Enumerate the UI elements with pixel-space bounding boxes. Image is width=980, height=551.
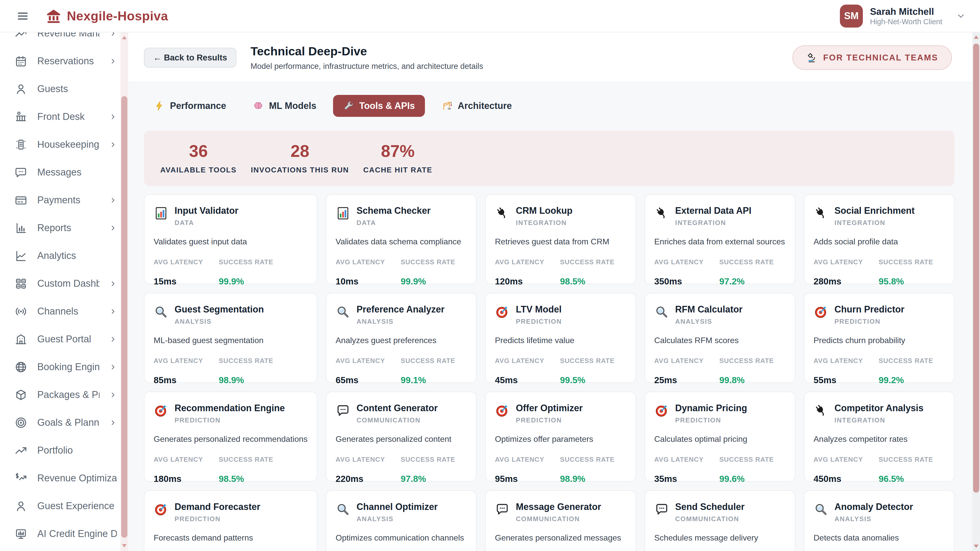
sidebar-scrollbar-thumb[interactable] (121, 96, 127, 538)
success-value: 99.5% (560, 375, 626, 385)
user-icon (14, 499, 27, 513)
success-value: 97.8% (401, 474, 467, 484)
sidebar-item-packages-prom[interactable]: Packages & Prom (0, 381, 128, 409)
sidebar-item-reservations[interactable]: Reservations (0, 47, 128, 75)
success-label: SUCCESS RATE (401, 258, 467, 266)
tool-category: INTEGRATION (835, 219, 915, 227)
back-button[interactable]: ← Back to Results (144, 48, 236, 68)
tool-description: Detects data anomalies (814, 533, 945, 543)
tool-category: COMMUNICATION (516, 515, 601, 523)
tool-card-content-generator: Content Generator COMMUNICATION Generate… (326, 392, 476, 482)
tool-category: ANALYSIS (175, 318, 264, 326)
sidebar-item-guests[interactable]: Guests (0, 75, 128, 103)
bar-chart-icon (154, 206, 169, 221)
tool-category: PREDICTION (175, 515, 260, 523)
latency-value: 95ms (495, 474, 550, 484)
user-menu[interactable]: SM Sarah Mitchell High-Net-Worth Client (840, 5, 966, 27)
scroll-down-arrow[interactable] (974, 545, 978, 548)
wrench-icon (343, 100, 354, 111)
sidebar-item-portfolio[interactable]: Portfolio (0, 437, 128, 464)
sidebar-item-messages[interactable]: Messages (0, 159, 128, 186)
sidebar-item-guest-experience[interactable]: Guest Experience (0, 492, 128, 520)
tab-performance[interactable]: Performance (144, 95, 236, 117)
page-subtitle: Model performance, infrastructure metric… (251, 62, 483, 71)
target-icon (814, 305, 829, 319)
tool-description: Forecasts demand patterns (154, 533, 307, 543)
tool-name: Preference Analyzer (356, 304, 445, 314)
bar-chart-icon (336, 206, 350, 221)
page-scrollbar-thumb[interactable] (973, 44, 979, 492)
target-icon (154, 502, 169, 517)
reports-icon (14, 221, 27, 235)
tab-ml-models[interactable]: ML Models (243, 95, 326, 117)
latency-label: AVG LATENCY (495, 456, 550, 464)
tool-name: Input Validator (175, 205, 239, 216)
tool-name: Dynamic Pricing (675, 403, 747, 413)
latency-value: 180ms (154, 474, 208, 484)
tool-category: ANALYSIS (356, 318, 445, 326)
sidebar-item-reports[interactable]: Reports (0, 214, 128, 242)
success-label: SUCCESS RATE (879, 456, 945, 464)
tool-category: PREDICTION (175, 416, 285, 424)
tool-card-competitor-analysis: Competitor Analysis INTEGRATION Analyzes… (804, 392, 955, 482)
package-icon (14, 388, 27, 402)
clipboard-icon (14, 138, 27, 151)
stat: 36 AVAILABLE TOOLS (160, 141, 237, 174)
success-value: 99.2% (879, 375, 945, 385)
sidebar-item-guest-portal[interactable]: Guest Portal (0, 325, 128, 353)
microscope-icon (806, 52, 818, 63)
sidebar-item-label: Portfolio (37, 445, 73, 456)
page-scrollbar[interactable] (972, 32, 980, 551)
sidebar-item-goals-planning[interactable]: Goals & Planning (0, 409, 128, 437)
sidebar-item-revenue-optimization[interactable]: Revenue Optimization (0, 464, 128, 492)
chevron-right-icon (109, 419, 117, 427)
sidebar-scrollbar[interactable] (121, 32, 128, 551)
tool-card-dynamic-pricing: Dynamic Pricing PREDICTION Calculates op… (645, 392, 795, 482)
success-label: SUCCESS RATE (401, 357, 467, 365)
sidebar-item-housekeeping[interactable]: Housekeeping (0, 130, 128, 159)
sidebar-item-analytics[interactable]: Analytics (0, 242, 128, 270)
tool-category: COMMUNICATION (356, 416, 438, 424)
sidebar-item-front-desk[interactable]: Front Desk (0, 103, 128, 130)
magnifier-icon (814, 502, 829, 517)
scroll-down-arrow[interactable] (122, 544, 127, 548)
sidebar-item-label: Revenue Manager (37, 32, 100, 39)
sidebar-item-custom-dashboar[interactable]: Custom Dashboar (0, 270, 128, 297)
success-value: 99.9% (219, 276, 307, 286)
tool-description: Predicts lifetime value (495, 336, 626, 345)
tool-category: INTEGRATION (675, 219, 752, 227)
tool-category: ANALYSIS (675, 318, 743, 326)
tool-card-anomaly-detector: Anomaly Detector ANALYSIS Detects data a… (804, 490, 955, 551)
sidebar-item-ai-credit-engine-dash[interactable]: AI Credit Engine Dash (0, 520, 128, 548)
latency-label: AVG LATENCY (654, 456, 709, 464)
scroll-up-arrow[interactable] (122, 36, 127, 39)
tool-card-input-validator: Input Validator DATA Validates guest inp… (144, 194, 317, 284)
sidebar-item-label: Booking Engine (37, 362, 100, 372)
latency-value: 450ms (814, 474, 869, 484)
tab-tools-apis[interactable]: Tools & APIs (333, 95, 425, 117)
user-icon (14, 83, 27, 96)
sidebar-item-revenue-manager[interactable]: Revenue Manager (0, 32, 128, 47)
technical-teams-badge: FOR TECHNICAL TEAMS (792, 45, 952, 70)
sidebar-item-booking-engine[interactable]: Booking Engine (0, 353, 128, 381)
sidebar-item-channels[interactable]: Channels (0, 297, 128, 325)
tool-category: PREDICTION (516, 318, 562, 326)
menu-icon[interactable] (14, 8, 31, 24)
tool-name: Schema Checker (356, 205, 431, 216)
tool-card-external-data-api: External Data API INTEGRATION Enriches d… (645, 194, 795, 284)
success-value: 97.2% (719, 276, 786, 286)
success-label: SUCCESS RATE (879, 357, 945, 365)
sidebar-item-label: Payments (37, 195, 80, 206)
tab-architecture[interactable]: Architecture (431, 95, 522, 117)
sidebar-item-label: Goals & Planning (37, 417, 100, 428)
scroll-up-arrow[interactable] (974, 35, 978, 39)
tab-label: Architecture (458, 100, 512, 111)
tool-name: Social Enrichment (835, 205, 915, 216)
target-rings-icon (14, 416, 27, 429)
sidebar-item-label: Guests (37, 83, 68, 94)
speech-bubble-icon (336, 403, 350, 418)
tool-name: Message Generator (516, 502, 601, 512)
sidebar-item-payments[interactable]: Payments (0, 186, 128, 214)
building-icon (14, 333, 27, 346)
latency-value: 350ms (654, 276, 709, 286)
